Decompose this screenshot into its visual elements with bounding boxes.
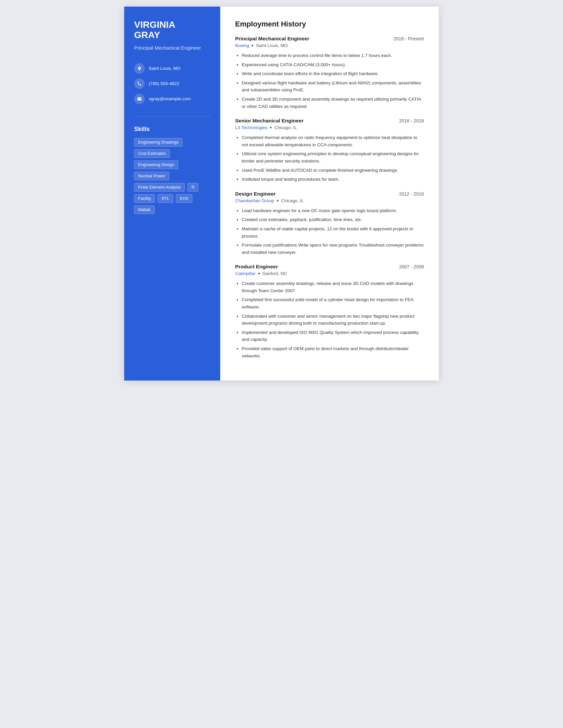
job-block: Senior Mechanical Engineer2016 - 2018L3 … [235, 118, 424, 183]
bullet-item: Write and coordinate team efforts in the… [242, 70, 424, 77]
candidate-title: Principal Mechanical Engineer [134, 44, 210, 51]
location-text: Saint Louis, MO [149, 66, 180, 71]
skill-tag: Nuclear Power [134, 172, 169, 180]
sidebar: VIRGINIA GRAY Principal Mechanical Engin… [124, 7, 220, 381]
skills-section: Skills Engineering DrawingsCost Estimate… [134, 126, 210, 214]
company-name: L3 Technologies [235, 125, 267, 130]
separator-dot [277, 200, 278, 202]
skill-tag: Matlab [134, 205, 155, 214]
job-meta: Chamberlain GroupChicago, IL [235, 198, 424, 203]
job-block: Design Engineer2012 - 2016Chamberlain Gr… [235, 191, 424, 256]
bullet-item: Maintain a cache of viable capital proje… [242, 225, 424, 240]
job-meta: CaterpillarSanford, NC [235, 271, 424, 276]
email-icon [134, 94, 145, 104]
job-dates: 2018 - Present [394, 36, 424, 41]
email-text: vgray@example.com [149, 96, 191, 101]
bullet-item: Instituted torque and testing procedures… [242, 176, 424, 183]
phone-icon [134, 78, 145, 89]
job-header: Design Engineer2012 - 2016 [235, 191, 424, 197]
job-bullets: Completed thermal analysis on radio freq… [235, 134, 424, 183]
bullet-item: Used Pro/E Wildfire and AUTOCAD to compl… [242, 167, 424, 174]
job-title: Product Engineer [235, 264, 278, 270]
job-meta: BoeingSaint Louis, MO [235, 43, 424, 48]
bullet-item: Utilized core system engineering princip… [242, 150, 424, 164]
company-name: Chamberlain Group [235, 198, 274, 203]
job-bullets: Create customer assembly drawings, relea… [235, 280, 424, 359]
job-dates: 2012 - 2016 [399, 191, 424, 197]
job-bullets: Reduced average time to process control … [235, 52, 424, 110]
sidebar-divider [134, 116, 210, 116]
bullet-item: Create customer assembly drawings, relea… [242, 280, 424, 294]
phone-item: (780) 555-4822 [134, 78, 210, 89]
bullet-item: Completed first successful solid model o… [242, 296, 424, 310]
bullet-item: Implemented and developed ISO 9001 Quali… [242, 329, 424, 343]
job-dates: 2016 - 2018 [399, 118, 424, 123]
resume-container: VIRGINIA GRAY Principal Mechanical Engin… [124, 7, 439, 381]
jobs-container: Principal Mechanical Engineer2018 - Pres… [235, 36, 424, 359]
bullet-item: Designed various flight hardware and bat… [242, 79, 424, 94]
separator-dot [252, 45, 253, 46]
job-header: Principal Mechanical Engineer2018 - Pres… [235, 36, 424, 42]
job-bullets: Lead hardware engineer for a new DC moto… [235, 207, 424, 256]
skills-title: Skills [134, 126, 210, 133]
job-title: Design Engineer [235, 191, 275, 197]
job-location: Sanford, NC [262, 271, 287, 276]
job-meta: L3 TechnologiesChicago, IL [235, 125, 424, 130]
job-location: Saint Louis, MO [256, 43, 288, 48]
job-block: Product Engineer2007 - 2008CaterpillarSa… [235, 264, 424, 359]
job-title: Principal Mechanical Engineer [235, 36, 309, 42]
bullet-item: Formulate cost justifications Write spec… [242, 242, 424, 256]
bullet-item: Collaborated with customer and senior ma… [242, 313, 424, 327]
company-name: Caterpillar [235, 271, 256, 276]
job-location: Chicago, IL [274, 125, 297, 130]
skill-tag: R [187, 183, 198, 192]
skill-tag: Facility [134, 194, 155, 203]
bullet-item: Reduced average time to process control … [242, 52, 424, 59]
job-dates: 2007 - 2008 [399, 264, 424, 269]
candidate-name: VIRGINIA GRAY [134, 20, 210, 40]
skill-tag: Engineering Design [134, 160, 178, 169]
main-content: Employment History Principal Mechanical … [220, 7, 439, 381]
skill-tag: Finite Element Analysis [134, 183, 185, 192]
bullet-item: Completed thermal analysis on radio freq… [242, 134, 424, 148]
contact-section: Saint Louis, MO (780) 555-4822 vgray@exa… [134, 63, 210, 104]
job-header: Product Engineer2007 - 2008 [235, 264, 424, 270]
job-title: Senior Mechanical Engineer [235, 118, 304, 124]
phone-text: (780) 555-4822 [149, 81, 179, 86]
separator-dot [270, 127, 271, 128]
employment-title: Employment History [235, 20, 424, 28]
email-item: vgray@example.com [134, 94, 210, 104]
company-name: Boeing [235, 43, 249, 48]
bullet-item: Created cost estimates, payback, justifi… [242, 216, 424, 223]
location-icon [134, 63, 145, 74]
skill-tag: Cost Estimates [134, 149, 170, 158]
skills-container: Engineering DrawingsCost EstimatesEngine… [134, 138, 210, 214]
skill-tag: RTL [158, 194, 173, 203]
location-item: Saint Louis, MO [134, 63, 210, 74]
bullet-item: Experienced using CATIA CAD/CAM (3,000+ … [242, 61, 424, 68]
job-location: Chicago, IL [281, 198, 304, 203]
skill-tag: Engineering Drawings [134, 138, 182, 147]
job-block: Principal Mechanical Engineer2018 - Pres… [235, 36, 424, 110]
bullet-item: Create 2D and 3D component and assembly … [242, 96, 424, 110]
skill-tag: EHS [176, 194, 192, 203]
separator-dot [258, 273, 260, 274]
job-header: Senior Mechanical Engineer2016 - 2018 [235, 118, 424, 124]
bullet-item: Lead hardware engineer for a new DC moto… [242, 207, 424, 214]
bullet-item: Provided sales support of OEM parts to d… [242, 345, 424, 359]
